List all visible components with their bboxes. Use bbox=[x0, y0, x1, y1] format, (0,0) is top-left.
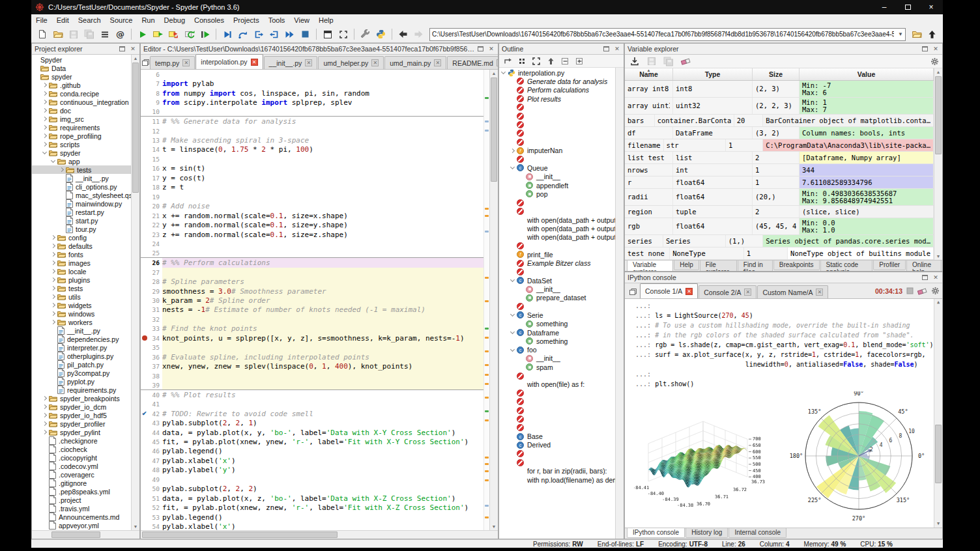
gutter-margin[interactable] bbox=[141, 418, 148, 427]
column-header-name[interactable]: ▲Name bbox=[625, 68, 673, 80]
outline-item[interactable]: pop bbox=[500, 190, 615, 198]
outline-item[interactable] bbox=[500, 103, 615, 111]
project-explorer-item[interactable]: spyder_io_hdf5 bbox=[32, 411, 131, 419]
code-line[interactable]: ✔42# TODO: Rewrite to avoid code smell bbox=[141, 409, 483, 418]
gutter-margin[interactable] bbox=[141, 98, 148, 107]
editor-tab-temp.py[interactable]: temp.py✕ bbox=[150, 56, 195, 69]
outline-item[interactable] bbox=[500, 415, 615, 423]
gutter-margin[interactable] bbox=[141, 268, 148, 277]
outline-item[interactable] bbox=[500, 129, 615, 137]
code-line[interactable]: 35​ bbox=[141, 343, 483, 352]
step-return-button[interactable] bbox=[267, 27, 281, 42]
project-explorer-item[interactable]: widgets bbox=[32, 301, 131, 309]
code-line[interactable]: 30k_param = 2 # Spline order bbox=[141, 296, 483, 305]
open-file-button[interactable] bbox=[50, 27, 65, 42]
outline-item[interactable] bbox=[500, 302, 615, 311]
project-explorer-item[interactable]: Announcements.md bbox=[32, 513, 131, 521]
project-explorer-item[interactable]: fonts bbox=[32, 250, 131, 259]
close-pane-icon[interactable]: ✕ bbox=[932, 45, 940, 53]
code-line[interactable]: 44data, = pylab.plot(x, y, 'bo-', label=… bbox=[141, 428, 483, 437]
close-tab-icon[interactable]: ✕ bbox=[251, 59, 258, 66]
project-explorer-item[interactable]: restart.py bbox=[32, 208, 131, 216]
editor-tab-interpolation.py[interactable]: interpolation.py✕ bbox=[195, 54, 263, 69]
project-explorer-item[interactable]: requirements.py bbox=[32, 386, 131, 394]
project-explorer-item[interactable]: continuous_integration bbox=[32, 98, 131, 106]
chevron-right-icon[interactable] bbox=[42, 134, 47, 138]
outline-item[interactable] bbox=[500, 423, 615, 432]
variables-scrollbar[interactable]: ▲ ▼ bbox=[934, 68, 942, 260]
project-explorer-item[interactable]: requirements bbox=[32, 123, 131, 132]
code-line[interactable]: 19​ bbox=[141, 192, 483, 201]
project-explorer-item[interactable]: dependencies.py bbox=[32, 335, 131, 343]
gutter-margin[interactable] bbox=[141, 503, 148, 513]
code-line[interactable]: 37xnew, ynew, znew = splev(linspace(0, 1… bbox=[141, 362, 483, 371]
outline-item[interactable] bbox=[500, 397, 615, 406]
code-annotation-flag[interactable] bbox=[485, 479, 489, 481]
code-line[interactable]: 48pylab.ylabel('y') bbox=[141, 466, 483, 475]
code-line[interactable]: 46pylab.legend() bbox=[141, 447, 483, 456]
variable-row[interactable]: barscontainer.BarContainer20BarContainer… bbox=[625, 115, 934, 127]
gutter-margin[interactable] bbox=[141, 380, 148, 389]
outline-item[interactable]: appendleft bbox=[500, 181, 615, 190]
code-annotation-flag[interactable] bbox=[485, 397, 489, 399]
project-explorer-item[interactable]: mainwindow.py bbox=[32, 199, 131, 208]
menu-projects[interactable]: Projects bbox=[229, 16, 264, 25]
chevron-right-icon[interactable] bbox=[51, 252, 55, 257]
code-annotation-flag[interactable] bbox=[485, 337, 489, 339]
pane-tab-profiler[interactable]: Profiler bbox=[873, 261, 906, 270]
chevron-down-icon[interactable] bbox=[510, 347, 515, 352]
outline-item[interactable]: __init__ bbox=[500, 285, 615, 293]
code-annotation-flag[interactable] bbox=[485, 457, 489, 459]
outline-item[interactable]: for r, bar in zip(radii, bars): bbox=[500, 467, 615, 475]
gutter-margin[interactable] bbox=[141, 230, 148, 239]
code-line[interactable]: 6​ bbox=[141, 70, 483, 79]
code-line[interactable]: 18z = t bbox=[141, 183, 483, 192]
variable-row[interactable]: list_testlist2[Dataframe, Numpy array] bbox=[625, 152, 934, 164]
code-line[interactable]: 20# Add noise bbox=[141, 202, 483, 211]
chevron-right-icon[interactable] bbox=[51, 294, 55, 299]
project-explorer-item[interactable]: cli_options.py bbox=[32, 182, 131, 191]
chevron-down-icon[interactable] bbox=[510, 277, 515, 282]
preferences-button[interactable] bbox=[358, 27, 373, 42]
code-line[interactable]: 25​ bbox=[141, 249, 483, 258]
close-pane-icon[interactable]: ✕ bbox=[487, 45, 495, 53]
close-tab-icon[interactable]: ✕ bbox=[744, 289, 751, 296]
gutter-margin[interactable] bbox=[141, 513, 148, 522]
pane-tab-static-code-analysis[interactable]: Static code analysis bbox=[820, 261, 873, 272]
import-data-button[interactable] bbox=[628, 54, 641, 68]
outline-item[interactable] bbox=[500, 120, 615, 129]
menu-file[interactable]: File bbox=[31, 16, 52, 25]
gutter-margin[interactable] bbox=[141, 258, 148, 267]
outline-item[interactable] bbox=[500, 198, 615, 206]
code-annotation-flag[interactable] bbox=[485, 277, 489, 279]
variable-row[interactable]: array_uint32uint32(2, 2, 3)Min: 1Max: 7 bbox=[625, 98, 934, 115]
project-explorer-item[interactable]: interpreter.py bbox=[32, 343, 131, 352]
outline-item[interactable]: cDataframe bbox=[500, 328, 615, 337]
code-line[interactable]: 29smoothness = 3.0 # Smoothness paramete… bbox=[141, 287, 483, 296]
variable-row[interactable]: rgbfloat64(45, 45, 4)Min: 0.0Max: 1.0 bbox=[625, 218, 934, 235]
gutter-margin[interactable] bbox=[141, 371, 148, 380]
gutter-margin[interactable] bbox=[141, 447, 148, 456]
chevron-right-icon[interactable] bbox=[42, 100, 47, 104]
project-explorer-item[interactable]: .gitignore bbox=[32, 479, 131, 487]
outline-item[interactable]: __init__ bbox=[500, 173, 615, 181]
chevron-down-icon[interactable] bbox=[51, 158, 55, 163]
re-run-cell-button[interactable] bbox=[182, 27, 197, 42]
pane-tab-ipython-console[interactable]: IPython console bbox=[627, 528, 685, 538]
code-line[interactable]: 33# Find the knot points bbox=[141, 324, 483, 333]
close-pane-icon[interactable]: ✕ bbox=[129, 45, 137, 53]
outline-item[interactable]: with open(data_path + output_file_n… bbox=[500, 224, 615, 233]
variable-row[interactable]: rfloat6417.611082589334796 bbox=[625, 177, 934, 189]
browse-working-directory-button[interactable] bbox=[909, 27, 924, 42]
gutter-margin[interactable] bbox=[141, 399, 148, 408]
code-line[interactable]: 27​ bbox=[141, 268, 483, 277]
chevron-down-icon[interactable] bbox=[510, 330, 515, 334]
code-line[interactable]: 11# %% Generate data for analysis bbox=[141, 117, 483, 126]
outline-item[interactable]: __init__ bbox=[500, 354, 615, 363]
chevron-right-icon[interactable] bbox=[510, 148, 515, 153]
chevron-right-icon[interactable] bbox=[59, 167, 64, 172]
float-pane-icon[interactable] bbox=[921, 45, 929, 53]
gutter-margin[interactable] bbox=[141, 164, 148, 173]
outline-item[interactable] bbox=[500, 207, 615, 216]
menu-debug[interactable]: Debug bbox=[160, 16, 190, 25]
